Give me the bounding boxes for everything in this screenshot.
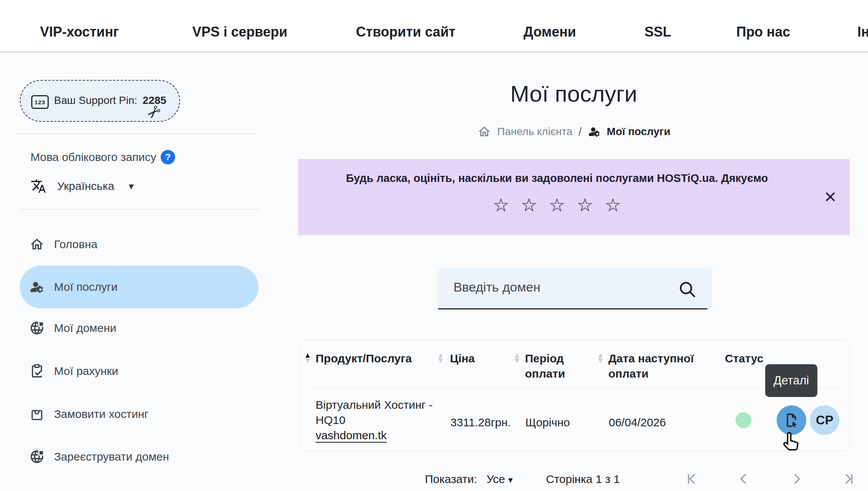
support-pin-pill[interactable]: 123 Ваш Support Pin:2285 ✂ bbox=[20, 80, 180, 122]
globe-domain-icon bbox=[29, 449, 45, 464]
last-page-icon[interactable] bbox=[841, 471, 857, 486]
sort-control-price[interactable]: ▲ ▼ bbox=[437, 352, 444, 363]
table-row-period: Щорічно bbox=[525, 415, 570, 430]
star-icon[interactable]: ☆ bbox=[521, 194, 537, 215]
sort-down-icon[interactable]: ▼ bbox=[513, 358, 521, 363]
nav-item-clipped[interactable]: Ін bbox=[857, 24, 868, 40]
home-icon bbox=[29, 237, 45, 252]
close-icon[interactable]: × bbox=[819, 183, 842, 210]
shopping-bag-icon bbox=[29, 407, 45, 422]
chevron-down-icon: ▾ bbox=[508, 475, 513, 485]
product-name: Віртуальний Хостинг - HQ10 bbox=[316, 399, 432, 426]
column-header-status: Статус bbox=[725, 351, 763, 366]
details-tooltip: Деталі bbox=[765, 364, 817, 397]
breadcrumb-current: Мої послуги bbox=[607, 126, 670, 138]
sort-down-icon[interactable]: ▼ bbox=[304, 358, 311, 363]
nav-item-vps-servers[interactable]: VPS і сервери bbox=[192, 24, 287, 40]
nav-item-domains[interactable]: Домени bbox=[523, 24, 576, 40]
sidebar-item-label: Замовити хостинг bbox=[54, 408, 148, 421]
language-value: Українська bbox=[57, 180, 114, 193]
previous-page-icon[interactable] bbox=[736, 471, 752, 486]
star-icon[interactable]: ☆ bbox=[605, 194, 621, 215]
sidebar-divider bbox=[19, 209, 259, 210]
account-language-label: Мова облікового запису bbox=[30, 151, 156, 164]
table-row-price: 3311.28грн. bbox=[450, 415, 511, 430]
search-icon[interactable] bbox=[678, 280, 697, 299]
sidebar-item-order-hosting[interactable]: Замовити хостинг bbox=[0, 393, 259, 435]
home-icon[interactable] bbox=[477, 125, 491, 139]
next-page-icon[interactable] bbox=[789, 471, 804, 486]
table-divider bbox=[309, 388, 841, 389]
sidebar-item-my-services[interactable]: Мої послуги bbox=[20, 266, 258, 308]
domain-link[interactable]: vashdomen.tk bbox=[316, 429, 387, 442]
globe-domain-icon bbox=[29, 320, 45, 336]
page-info: Сторінка 1 з 1 bbox=[546, 473, 620, 486]
sidebar-item-label: Мої послуги bbox=[54, 281, 118, 293]
pin-123-icon: 123 bbox=[31, 95, 49, 109]
rating-banner: Будь ласка, оцініть, наскільки ви задово… bbox=[298, 159, 850, 235]
sidebar-item-label: Мої домени bbox=[54, 322, 116, 335]
table-row-next-payment: 06/04/2026 bbox=[609, 415, 666, 430]
column-header-period[interactable]: Період оплати bbox=[525, 351, 571, 381]
breadcrumb-parent[interactable]: Панель клієнта bbox=[497, 126, 572, 138]
manage-services-icon bbox=[29, 279, 45, 295]
sidebar-item-label: Зареєструвати домен bbox=[54, 450, 169, 463]
sidebar-item-my-domains[interactable]: Мої домени bbox=[0, 307, 259, 349]
star-icon[interactable]: ☆ bbox=[549, 194, 565, 215]
chevron-down-icon: ▾ bbox=[129, 180, 134, 192]
client-panel-page: VIP-хостинг VPS і сервери Створити сайт … bbox=[0, 0, 868, 491]
column-header-product[interactable]: Продукт/Послуга bbox=[316, 351, 412, 366]
table-row-product: Віртуальний Хостинг - HQ10 vashdomen.tk bbox=[316, 397, 441, 443]
first-page-icon[interactable] bbox=[684, 471, 699, 486]
column-header-price[interactable]: Ціна bbox=[450, 351, 475, 366]
sidebar-item-home[interactable]: Головна bbox=[0, 223, 259, 266]
language-selector[interactable]: Українська ▾ bbox=[30, 178, 134, 194]
sidebar-item-label: Головна bbox=[54, 238, 97, 251]
rating-banner-message: Будь ласка, оцініть, наскільки ви задово… bbox=[298, 172, 816, 185]
domain-search-field[interactable] bbox=[438, 268, 712, 309]
sidebar-item-register-domain[interactable]: Зареєструвати домен bbox=[0, 435, 259, 478]
avatar[interactable]: CP bbox=[810, 405, 839, 435]
sidebar-item-label: Мої рахунки bbox=[54, 365, 118, 378]
nav-item-create-site[interactable]: Створити сайт bbox=[356, 24, 455, 40]
star-icon[interactable]: ☆ bbox=[577, 194, 593, 215]
star-icon[interactable]: ☆ bbox=[493, 194, 509, 215]
sidebar-item-my-invoices[interactable]: Мої рахунки bbox=[0, 350, 259, 392]
status-badge bbox=[736, 412, 752, 428]
document-details-icon bbox=[783, 412, 799, 428]
breadcrumb: Панель клієнта / Мої послуги bbox=[298, 125, 850, 139]
search-input[interactable] bbox=[453, 279, 667, 295]
invoices-icon bbox=[29, 363, 45, 379]
page-size-value: Усе bbox=[487, 473, 505, 485]
sort-control-next-payment[interactable]: ▲ ▼ bbox=[597, 352, 604, 363]
support-pin-label: Ваш Support Pin: bbox=[54, 94, 137, 106]
sidebar-divider bbox=[19, 134, 259, 134]
top-navigation: VIP-хостинг VPS і сервери Створити сайт … bbox=[0, 0, 868, 53]
sort-down-icon[interactable]: ▼ bbox=[437, 358, 444, 363]
translate-icon bbox=[30, 178, 46, 194]
page-size-select[interactable]: Усе▾ bbox=[487, 473, 513, 486]
nav-item-vip-hosting[interactable]: VIP-хостинг bbox=[40, 24, 119, 40]
sort-down-icon[interactable]: ▼ bbox=[597, 358, 604, 363]
sort-control-period[interactable]: ▲ ▼ bbox=[513, 352, 521, 363]
rating-stars: ☆ ☆ ☆ ☆ ☆ bbox=[298, 194, 816, 215]
details-button[interactable] bbox=[777, 405, 806, 435]
column-header-next-payment[interactable]: Дата наступної оплати bbox=[608, 351, 700, 381]
manage-services-icon bbox=[588, 125, 601, 138]
nav-item-ssl[interactable]: SSL bbox=[645, 24, 671, 40]
sort-control-product[interactable]: ▲ ▼ bbox=[304, 352, 311, 363]
help-icon[interactable]: ? bbox=[161, 150, 175, 164]
breadcrumb-separator: / bbox=[578, 125, 581, 138]
nav-item-about[interactable]: Про нас bbox=[736, 24, 790, 40]
show-label: Показати: bbox=[425, 473, 477, 486]
page-title: Мої послуги bbox=[343, 81, 805, 107]
